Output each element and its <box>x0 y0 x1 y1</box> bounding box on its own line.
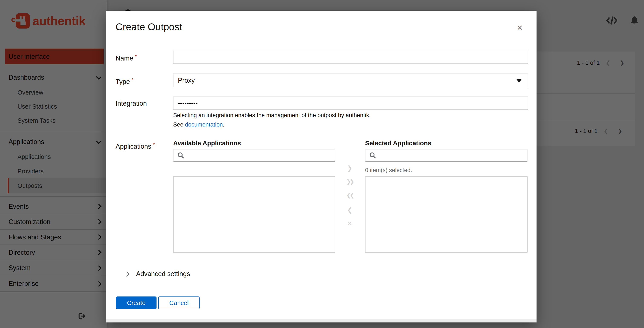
search-icon <box>178 152 184 159</box>
selected-search-input[interactable] <box>380 152 527 159</box>
screen: authentik User interface Dashboards Over… <box>0 0 644 328</box>
selected-applications-header: Selected Applications <box>365 139 432 147</box>
type-label: Type* <box>116 77 134 86</box>
required-asterisk: * <box>153 142 155 147</box>
integration-help-text: Selecting an integration enables the man… <box>173 112 370 118</box>
select-caret-icon <box>516 79 522 82</box>
available-search-input[interactable] <box>188 152 335 159</box>
transfer-clear-icon[interactable]: ✕ <box>344 220 355 227</box>
required-asterisk: * <box>135 54 137 59</box>
transfer-remove-icon[interactable]: ❮ <box>344 206 355 214</box>
cancel-button[interactable]: Cancel <box>158 297 200 309</box>
modal-bottom-edge <box>106 319 536 323</box>
type-select-value: Proxy <box>178 76 195 84</box>
selected-applications-list[interactable] <box>365 176 528 253</box>
available-applications-header: Available Applications <box>173 139 241 147</box>
create-outpost-modal: Create Outpost ✕ Name* Type* Proxy Integ… <box>106 11 536 323</box>
modal-title: Create Outpost <box>116 21 182 33</box>
transfer-add-icon[interactable]: ❯ <box>344 164 355 172</box>
transfer-add-all-icon[interactable]: ❯❯ <box>344 178 355 185</box>
required-asterisk: * <box>132 77 134 82</box>
applications-label: Applications* <box>116 142 155 150</box>
available-applications-list[interactable] <box>173 176 335 253</box>
close-icon[interactable]: ✕ <box>515 22 525 34</box>
name-label: Name* <box>116 54 137 62</box>
create-button[interactable]: Create <box>116 297 156 309</box>
advanced-settings-toggle[interactable]: Advanced settings <box>125 270 190 278</box>
selected-search <box>365 149 528 162</box>
documentation-link[interactable]: documentation <box>185 121 223 128</box>
integration-select[interactable]: --------- <box>173 96 528 110</box>
type-select[interactable]: Proxy <box>173 73 528 87</box>
integration-label: Integration <box>116 100 147 107</box>
advanced-settings-label: Advanced settings <box>136 270 190 278</box>
name-input[interactable] <box>173 50 528 63</box>
transfer-remove-all-icon[interactable]: ❮❮ <box>344 192 355 198</box>
search-icon <box>369 152 376 159</box>
selected-count-status: 0 item(s) selected. <box>365 167 412 173</box>
chevron-right-icon <box>124 271 130 277</box>
integration-help-docs: See documentation. <box>173 121 224 128</box>
available-search <box>173 149 335 162</box>
integration-select-value: --------- <box>178 99 198 107</box>
